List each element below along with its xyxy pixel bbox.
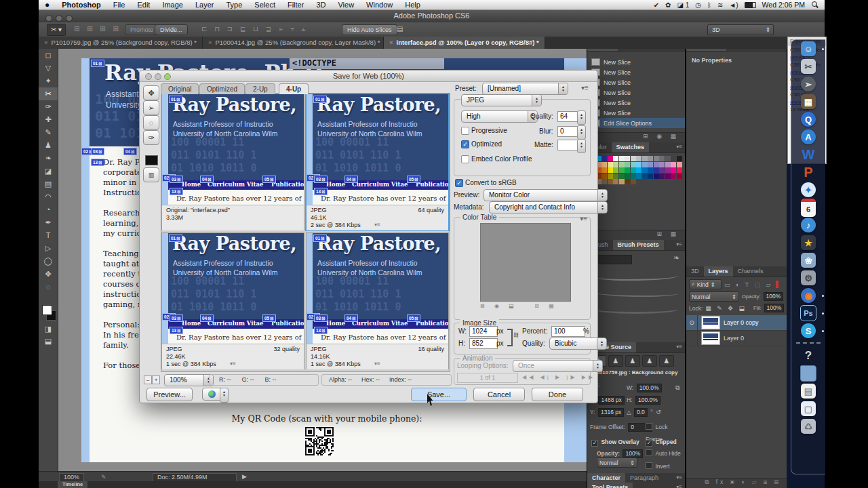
menu-help[interactable]: Help: [399, 0, 427, 9]
launchpad-icon[interactable]: ➢: [791, 75, 825, 93]
eyedropper-tool[interactable]: ✑: [39, 100, 58, 113]
original-pane[interactable]: 100 00001 11 011 0101 110 1 01 1010 1011…: [161, 94, 304, 230]
slice-badge-01[interactable]: 01⊠: [91, 60, 104, 67]
nav-item-curriculum-vitae[interactable]: Curriculum Vitae: [352, 320, 408, 327]
clone-source-slot-5[interactable]: ♟: [659, 355, 674, 367]
nav-item-home[interactable]: Home: [326, 320, 345, 327]
clone-h-field[interactable]: 100.0%: [635, 396, 660, 405]
help-icon[interactable]: ?: [791, 347, 825, 365]
downloads-folder-icon[interactable]: [791, 365, 825, 382]
trash-icon[interactable]: ♺: [791, 418, 825, 435]
swatch[interactable]: [636, 167, 642, 173]
iphoto-icon[interactable]: ❀: [791, 251, 825, 269]
layer-visibility-eye-icon[interactable]: ⊙: [686, 315, 698, 330]
distribute-icons[interactable]: ⫦ ⫧ ⫨: [279, 25, 308, 33]
clone-blend-select[interactable]: Normal⇕: [597, 458, 637, 468]
swatch[interactable]: [636, 162, 642, 167]
swatch[interactable]: [608, 179, 613, 184]
color-table-buttons[interactable]: ⊠ ◉ ⬓ ⊞ ▦: [480, 303, 558, 309]
slice-badge-03[interactable]: 03⊠: [170, 176, 183, 183]
nav-item-publication[interactable]: Publication: [416, 320, 448, 327]
menu-type[interactable]: Type: [220, 0, 249, 9]
swatch[interactable]: [631, 167, 636, 173]
word-icon[interactable]: W: [791, 146, 825, 163]
layer-row[interactable]: Layer 0: [686, 331, 787, 346]
gradient-tool[interactable]: ▤: [39, 178, 58, 190]
swatch[interactable]: [665, 167, 671, 173]
slice-badge-13[interactable]: 13⊠: [314, 188, 328, 195]
swatch[interactable]: [631, 162, 636, 167]
utility-icon[interactable]: ▦: [791, 93, 825, 110]
panel-menu-icon[interactable]: ▾≡: [673, 342, 685, 352]
brush-size-field[interactable]: [593, 255, 632, 264]
swatch[interactable]: [601, 162, 607, 167]
firefox-icon[interactable]: ◉: [791, 287, 825, 304]
cancel-button[interactable]: Cancel: [473, 388, 525, 401]
preset-select[interactable]: [Unnamed]▲▼: [482, 83, 568, 95]
filter-toggle-icon[interactable]: [776, 281, 778, 288]
slice-badge-04[interactable]: 04⊠: [200, 314, 214, 322]
swatch[interactable]: [631, 179, 636, 184]
swatch[interactable]: [654, 167, 659, 173]
quicktime-icon[interactable]: Q: [791, 110, 825, 128]
nav-item-curriculum-vitae[interactable]: Curriculum Vitae: [352, 181, 408, 188]
menu-select[interactable]: Select: [248, 0, 281, 9]
calendar-icon[interactable]: 6: [791, 199, 825, 216]
volume-icon[interactable]: ◄): [729, 1, 738, 9]
swatch[interactable]: [601, 174, 607, 179]
bluetooth-icon[interactable]: ᛒ: [707, 1, 711, 9]
link-dimensions-icon[interactable]: ⧉: [675, 384, 679, 392]
panel-menu-icon[interactable]: ▾≡: [673, 483, 685, 488]
swatch[interactable]: [625, 156, 630, 161]
slice-badge-05[interactable]: 05⊠: [262, 176, 276, 183]
format-select[interactable]: JPEG▲▼: [461, 94, 542, 106]
menu-image[interactable]: Image: [156, 0, 189, 9]
eyedropper-tool[interactable]: ✑: [143, 130, 159, 145]
clone-angle-field[interactable]: 0.0: [634, 408, 648, 417]
swatch[interactable]: [642, 174, 648, 179]
nav-item-home[interactable]: Home: [182, 181, 201, 188]
brush-stroke-preview[interactable]: [594, 289, 678, 297]
close-tab-icon[interactable]: ×: [389, 39, 393, 46]
brush-tool[interactable]: ✎: [39, 126, 58, 139]
clone-w-field[interactable]: 100.0%: [637, 384, 662, 392]
minimize-window-button[interactable]: [155, 73, 161, 80]
swatch[interactable]: [613, 156, 618, 161]
looping-select[interactable]: Once▲▼: [513, 360, 603, 372]
swatch[interactable]: [659, 156, 665, 161]
pen-tool[interactable]: ✒: [39, 216, 58, 229]
nav-item-home[interactable]: Home: [182, 320, 201, 327]
slice-badge-03[interactable]: 03⊠: [314, 314, 328, 322]
swatch[interactable]: [608, 167, 613, 173]
active-tool-icon[interactable]: ✂ ▾: [47, 24, 66, 36]
tab-channels[interactable]: Channels: [733, 266, 768, 277]
history-item[interactable]: New Slice: [587, 57, 685, 67]
swatch[interactable]: [601, 179, 607, 184]
document-tab[interactable]: ×interface.psd @ 100% (Layer 0 copy, RGB…: [384, 37, 545, 49]
slice-badge-13[interactable]: 13⊠: [91, 159, 104, 166]
tab-brush-presets[interactable]: Brush Presets: [613, 240, 664, 250]
slice-badge-01[interactable]: 01⊠: [313, 96, 327, 103]
brush-stroke-preview[interactable]: [594, 305, 678, 314]
type-tool[interactable]: T: [39, 229, 58, 242]
system-preferences-icon[interactable]: ⚙: [791, 269, 825, 287]
zoom-in-button[interactable]: +: [152, 375, 160, 384]
embed-profile-checkbox[interactable]: [461, 155, 469, 163]
jpeg-32-pane[interactable]: 100 00001 11 011 0101 110 1 01 1010 1011…: [161, 232, 304, 369]
swatch[interactable]: [625, 167, 630, 173]
photoshop-dock-icon[interactable]: Ps: [791, 304, 825, 322]
swatch[interactable]: [608, 162, 613, 167]
document-tab[interactable]: ×P1010759.jpg @ 25% (Background copy, RG…: [39, 37, 203, 49]
panel-menu-icon[interactable]: ▾≡: [673, 473, 685, 483]
swatch[interactable]: [648, 156, 653, 161]
skype-icon[interactable]: S: [791, 322, 825, 340]
convert-srgb-checkbox[interactable]: ✓: [455, 179, 463, 187]
slice-badge-01[interactable]: 01⊠: [169, 96, 182, 103]
swatch[interactable]: [677, 156, 682, 161]
quality-stepper[interactable]: ▲▼: [577, 110, 586, 125]
swatch[interactable]: [619, 167, 625, 173]
slice-tool[interactable]: ✂: [39, 87, 58, 100]
foreground-color-swatch[interactable]: [42, 305, 52, 315]
history-item[interactable]: Edit Slice Options: [587, 118, 685, 128]
swatch[interactable]: [654, 156, 659, 161]
